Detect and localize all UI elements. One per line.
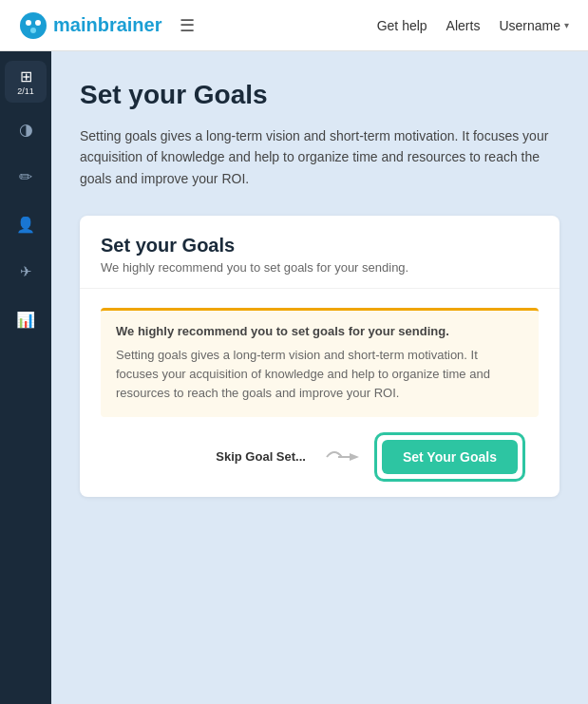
svg-point-1 (26, 20, 31, 26)
users-icon: 👤 (16, 216, 35, 234)
page-title: Set your Goals (80, 80, 560, 110)
sidebar-item-edit[interactable]: ✏ (5, 156, 47, 198)
edit-icon: ✏ (19, 167, 32, 187)
sidebar-item-palette[interactable]: ◑ (5, 108, 47, 150)
header-left: mainbrainer ☰ (19, 11, 199, 40)
chart-icon: 📊 (16, 311, 35, 329)
send-icon: ✈ (20, 263, 32, 280)
hamburger-icon[interactable]: ☰ (176, 11, 199, 40)
set-goals-button[interactable]: Set Your Goals (382, 440, 518, 474)
get-help-link[interactable]: Get help (377, 18, 427, 33)
dashboard-icon: ⊞ (20, 67, 32, 86)
username-label: Username (499, 18, 560, 33)
sidebar-item-dashboard[interactable]: ⊞ 2/11 (5, 61, 47, 103)
layout: ⊞ 2/11 ◑ ✏ 👤 ✈ 📊 Set your Goals Setting … (0, 51, 588, 704)
main-content: Set your Goals Setting goals gives a lon… (51, 51, 588, 704)
alert-title: We highly recommend you to set goals for… (116, 324, 523, 338)
card-subtitle: We highly recommend you to set goals for… (101, 260, 539, 275)
svg-point-0 (20, 12, 47, 39)
header-nav: Get help Alerts Username ▾ (377, 18, 569, 33)
username-menu[interactable]: Username ▾ (499, 18, 569, 33)
arrow-wrapper (325, 444, 363, 470)
card-title: Set your Goals (101, 235, 539, 257)
sidebar-badge: 2/11 (17, 86, 34, 96)
page-description: Setting goals gives a long-term vision a… (80, 125, 555, 189)
alerts-link[interactable]: Alerts (446, 18, 481, 33)
sidebar-item-chart[interactable]: 📊 (5, 298, 47, 340)
alert-box: We highly recommend you to set goals for… (101, 308, 539, 416)
card-footer: Skip Goal Set... Set Your Goals (101, 440, 539, 474)
set-goals-wrapper: Set Your Goals (382, 440, 518, 474)
svg-point-3 (30, 28, 36, 33)
svg-marker-4 (350, 453, 359, 461)
chevron-down-icon: ▾ (564, 20, 569, 30)
svg-point-2 (35, 20, 41, 26)
logo-icon (19, 11, 47, 40)
header: mainbrainer ☰ Get help Alerts Username ▾ (0, 0, 588, 51)
goals-card: Set your Goals We highly recommend you t… (80, 216, 560, 496)
palette-icon: ◑ (19, 120, 33, 140)
skip-link[interactable]: Skip Goal Set... (216, 449, 306, 464)
logo-text: mainbrainer (53, 14, 162, 36)
logo: mainbrainer (19, 11, 162, 40)
sidebar: ⊞ 2/11 ◑ ✏ 👤 ✈ 📊 (0, 51, 51, 704)
sidebar-item-send[interactable]: ✈ (5, 251, 47, 293)
card-body: We highly recommend you to set goals for… (80, 289, 560, 496)
arrow-icon (325, 444, 363, 470)
card-header: Set your Goals We highly recommend you t… (80, 216, 560, 289)
alert-text: Setting goals gives a long-term vision a… (116, 346, 523, 403)
sidebar-item-users[interactable]: 👤 (5, 203, 47, 245)
